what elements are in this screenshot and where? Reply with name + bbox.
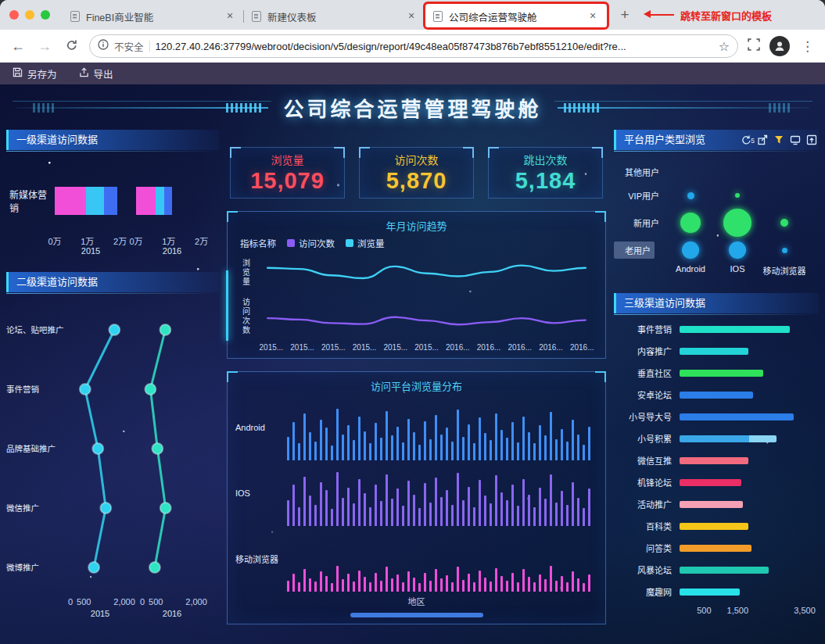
url-bar[interactable]: 不安全 120.27.40.246:37799/webroot/decision… <box>89 34 738 58</box>
data-point <box>88 562 99 573</box>
bar <box>440 578 443 592</box>
tab-close-icon[interactable]: × <box>405 10 418 23</box>
bar <box>680 501 743 508</box>
legend-item[interactable]: 访问次数 <box>287 237 335 249</box>
tab-close-icon[interactable]: × <box>586 10 599 23</box>
profile-avatar[interactable] <box>769 36 790 56</box>
bar <box>429 503 432 526</box>
export-button[interactable]: 导出 <box>79 66 113 81</box>
export-label: 导出 <box>94 66 113 81</box>
browser-tab[interactable]: 新建仪表板× <box>244 3 425 30</box>
minimize-window-button[interactable] <box>25 10 34 20</box>
bar <box>468 424 470 460</box>
category-label: 新媒体营销 <box>6 188 55 214</box>
save-as-button[interactable]: 另存为 <box>13 66 57 81</box>
bar <box>500 492 503 526</box>
open-window-icon[interactable] <box>755 133 769 147</box>
bar <box>484 433 486 460</box>
bar <box>555 503 558 526</box>
tab-close-icon[interactable]: × <box>224 10 236 23</box>
bar <box>375 573 377 592</box>
new-tab-button[interactable]: + <box>613 3 637 27</box>
bar <box>566 442 569 460</box>
legend-title: 指标名称 <box>240 237 276 249</box>
bookmark-star-icon[interactable]: ☆ <box>719 39 730 54</box>
reload-icon[interactable] <box>63 38 80 55</box>
user-type-panel-header: 平台用户类型浏览 5 <box>614 130 819 150</box>
selected-category-label[interactable]: 老用户 <box>614 242 655 259</box>
legend-item[interactable]: 浏览量 <box>346 237 385 249</box>
forward-icon[interactable]: → <box>36 38 53 55</box>
security-label[interactable]: 不安全 <box>114 39 144 54</box>
menu-icon[interactable]: ⋮ <box>799 38 816 55</box>
bar <box>539 574 541 592</box>
right-column: 平台用户类型浏览 5 <box>614 130 819 644</box>
dashboard-body: 一级渠道访问数据 新媒体营销 0万1万2万20150万1万2万2016 二级渠道… <box>0 125 825 644</box>
bar <box>375 423 377 460</box>
bar-row: 问答类 <box>614 537 819 559</box>
data-point <box>152 443 163 454</box>
bar <box>561 491 563 526</box>
category-label: 微信互推 <box>614 454 680 467</box>
browser-tab[interactable]: FineBI商业智能× <box>63 3 244 30</box>
filter-icon[interactable] <box>772 133 786 147</box>
bar <box>446 428 448 460</box>
bar <box>522 417 525 460</box>
kpi-label: 浏览量 <box>271 152 304 167</box>
bar <box>347 488 350 526</box>
platform-row: IOS <box>235 460 597 526</box>
line-series <box>267 266 586 278</box>
y-axis-title: 访问次数 <box>240 298 252 335</box>
bar <box>522 479 525 526</box>
collapse-icon[interactable] <box>805 133 819 147</box>
legend-swatch <box>287 239 295 247</box>
dashboard: 公司综合运营管理驾驶舱 一级渠道访问数据 新媒体营销 0万1万2万20150万1… <box>0 84 825 644</box>
zoom-window-button[interactable] <box>41 10 50 20</box>
trend-x-labels: 2015...2015...2015...2015...2015...2015.… <box>256 343 597 352</box>
url-text[interactable]: 120.27.40.246:37799/webroot/decision/v5/… <box>156 41 713 52</box>
export-icon[interactable] <box>788 133 802 147</box>
bar <box>577 578 579 592</box>
info-icon[interactable] <box>98 39 109 53</box>
lv1-groups <box>55 187 208 215</box>
axis-tick-label: 2015... <box>256 343 287 352</box>
x-axis-title: 地区 <box>235 595 597 607</box>
page-icon <box>70 11 80 22</box>
bar-row: 小号积累 <box>614 428 819 449</box>
fullscreen-icon[interactable] <box>748 38 760 54</box>
kpi-label: 访问次数 <box>395 152 439 167</box>
axis-tick-label: 500 <box>149 597 163 606</box>
refresh-icon[interactable]: 5 <box>739 133 753 147</box>
bar <box>287 581 289 592</box>
panel-title: 平台用户类型浏览 <box>624 130 705 150</box>
bar-row: 小号导大号 <box>614 406 819 428</box>
bar <box>347 574 350 592</box>
bar <box>424 421 426 460</box>
dashboard-title: 公司综合运营管理驾驶舱 <box>284 93 542 122</box>
bar <box>588 574 590 592</box>
category-label: Android <box>235 423 287 432</box>
axis-tick-label: 0 <box>68 597 73 606</box>
bar <box>495 475 497 526</box>
stacked-bar-group <box>136 187 208 215</box>
bar <box>544 579 547 592</box>
bar <box>309 496 311 526</box>
axis-tick-label: 0万 <box>129 234 142 247</box>
level3-list: 事件营销内容推广垂直社区安卓论坛小号导大号小号积累微信互推机锋论坛活动推广百科类… <box>614 318 819 603</box>
browser-tab[interactable]: 公司综合运营驾驶舱× <box>425 3 607 30</box>
bar <box>517 506 519 526</box>
bar <box>500 576 503 592</box>
bar <box>418 445 421 460</box>
bar <box>325 490 328 526</box>
horizontal-scrollbar[interactable] <box>350 613 483 617</box>
bar <box>484 578 486 592</box>
bar <box>440 497 443 526</box>
close-window-button[interactable] <box>9 10 19 20</box>
bar <box>550 474 552 526</box>
bar <box>331 445 333 460</box>
back-icon[interactable]: ← <box>9 38 27 55</box>
bar-row: 风暴论坛 <box>614 559 819 581</box>
category-label: 移动浏览器 <box>235 553 287 565</box>
kpi-label: 跳出次数 <box>524 152 568 167</box>
bar <box>353 581 355 592</box>
